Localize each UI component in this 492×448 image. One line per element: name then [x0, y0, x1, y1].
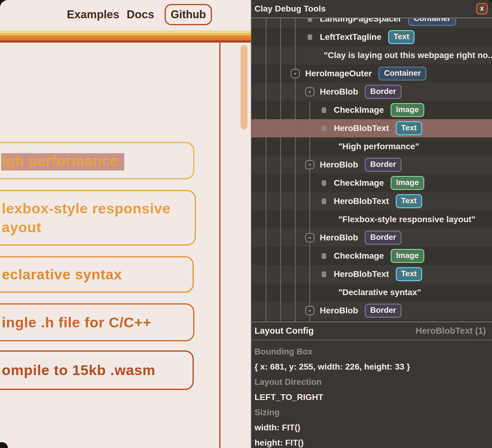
tree-node-lead	[305, 18, 314, 23]
hero-feature-text: ompile to 15kb .wasm	[0, 361, 193, 380]
tree-text-preview: "High performance"	[251, 137, 492, 156]
type-badge-text: Text	[396, 267, 422, 281]
type-badge-text: Text	[396, 121, 422, 135]
tree-node-lead: -	[291, 69, 300, 78]
hero-feature-text: ingle .h file for C/C++	[0, 313, 193, 332]
tree-node-lead: -	[305, 160, 314, 169]
layout-config-header: Layout Config HeroBlobText (1)	[251, 322, 492, 340]
tree-node-HeroBlob[interactable]: -HeroBlobBorder	[251, 302, 492, 320]
collapse-toggle-icon[interactable]: -	[291, 69, 300, 78]
hero-feature-box: ompile to 15kb .wasm	[0, 350, 194, 390]
leaf-bullet-icon	[308, 34, 312, 40]
leaf-bullet-icon	[308, 18, 312, 22]
nav-link-examples[interactable]: Examples	[67, 5, 119, 25]
tree-node-label: HeroImageOuter	[305, 69, 372, 78]
tree-node-HeroImageOuter[interactable]: -HeroImageOuterContainer	[251, 64, 492, 83]
leaf-bullet-icon	[322, 271, 326, 277]
layout-config-list: Bounding Box{ x: 681, y: 255, width: 226…	[251, 340, 492, 448]
clay-demo-page: Examples Docs Github igh performancelexb…	[0, 0, 251, 448]
type-badge-container: Container	[378, 67, 426, 81]
clay-debug-panel: Clay Debug Tools x LandingPageSpacerCont…	[251, 0, 492, 448]
hero-feature-text: lexbox-style responsive	[0, 199, 195, 218]
nav-link-docs[interactable]: Docs	[127, 5, 154, 25]
stripe-band	[0, 38, 251, 40]
hero-feature-text: eclarative syntax	[0, 265, 193, 284]
config-field-value: LEFT_TO_RIGHT	[255, 390, 492, 405]
leaf-bullet-icon	[322, 180, 326, 186]
page-scrollbar-thumb[interactable]	[241, 45, 248, 129]
debug-panel-header: Clay Debug Tools x	[251, 0, 492, 18]
config-field-label: Layout Direction	[255, 374, 492, 390]
hero-feature-box: eclarative syntax	[0, 256, 194, 293]
hero-feature-text: ayout	[0, 218, 195, 237]
type-badge-border: Border	[365, 304, 401, 318]
text-preview-value: "Declarative syntax"	[251, 288, 421, 297]
hero-feature-box: igh performance	[0, 142, 194, 179]
tree-node-HeroBlobText[interactable]: HeroBlobTextText	[251, 119, 492, 137]
tree-node-lead: -	[305, 87, 314, 96]
tree-node-HeroBlobText[interactable]: HeroBlobTextText	[251, 192, 492, 210]
tree-node-label: CheckImage	[334, 251, 384, 261]
type-badge-border: Border	[365, 158, 401, 172]
layout-config-section: Layout Config HeroBlobText (1) Bounding …	[251, 322, 492, 448]
stripe-band	[0, 36, 251, 38]
tree-indent-guide	[295, 18, 296, 322]
tree-node-lead	[305, 33, 314, 42]
hero-feature-text: igh performance	[0, 151, 193, 170]
tree-node-label: HeroBlob	[320, 233, 358, 243]
collapse-toggle-icon[interactable]: -	[305, 306, 314, 315]
type-badge-text: Text	[396, 194, 422, 208]
collapse-toggle-icon[interactable]: -	[305, 160, 314, 169]
tree-node-lead	[319, 105, 328, 115]
type-badge-image: Image	[391, 176, 424, 190]
leaf-bullet-icon	[322, 253, 326, 259]
text-preview-value: "Flexbox-style responsive layout"	[251, 215, 475, 224]
config-field-value: width: FIT()	[255, 420, 492, 435]
type-badge-text: Text	[388, 30, 415, 44]
tree-node-label: LeftTextTagline	[320, 32, 381, 42]
tree-node-CheckImage[interactable]: CheckImageImage	[251, 174, 492, 192]
tree-node-lead: -	[305, 233, 314, 242]
tree-node-CheckImage[interactable]: CheckImageImage	[251, 101, 492, 119]
tree-node-lead: -	[305, 306, 314, 315]
close-icon[interactable]: x	[476, 3, 488, 15]
tree-node-label: HeroBlob	[320, 87, 358, 97]
stripe-band	[0, 40, 251, 43]
tree-node-lead	[319, 251, 328, 260]
leaf-bullet-icon	[322, 126, 326, 131]
tree-node-label: HeroBlobText	[334, 196, 389, 206]
tree-node-LeftTextTagline[interactable]: LeftTextTaglineText	[251, 28, 492, 46]
tree-node-label: CheckImage	[334, 105, 384, 115]
tree-node-label: CheckImage	[334, 178, 384, 188]
tree-node-label: HeroBlobText	[334, 123, 389, 133]
layout-config-title: Layout Config	[255, 322, 314, 340]
stripe-band	[0, 33, 251, 36]
hero-feature-box: ingle .h file for C/C++	[0, 303, 194, 341]
tree-indent-guide	[266, 18, 266, 322]
tree-node-HeroBlob[interactable]: -HeroBlobBorder	[251, 229, 492, 247]
tree-node-CheckImage[interactable]: CheckImageImage	[251, 247, 492, 265]
tree-node-HeroBlob[interactable]: -HeroBlobBorder	[251, 156, 492, 174]
tree-node-label: HeroBlobText	[334, 269, 389, 279]
tree-node-LandingPageSpacer[interactable]: LandingPageSpacerContainer	[251, 18, 492, 28]
tree-node-HeroBlob[interactable]: -HeroBlobBorder	[251, 83, 492, 101]
tree-text-preview: "Flexbox-style responsive layout"	[251, 210, 492, 229]
collapse-toggle-icon[interactable]: -	[305, 233, 314, 242]
leaf-bullet-icon	[322, 198, 326, 204]
type-badge-image: Image	[391, 103, 424, 117]
selected-element-label: HeroBlobText (1)	[416, 322, 486, 340]
rainbow-stripe	[0, 30, 251, 43]
collapse-toggle-icon[interactable]: -	[305, 87, 314, 96]
tree-node-HeroBlobText[interactable]: HeroBlobTextText	[251, 265, 492, 283]
debug-panel-title: Clay Debug Tools	[255, 0, 326, 18]
tree-node-lead	[319, 197, 328, 206]
type-badge-border: Border	[365, 85, 401, 99]
github-button[interactable]: Github	[165, 4, 212, 25]
tree-node-lead	[319, 178, 328, 188]
stripe-band	[0, 30, 251, 33]
tree-node-label: HeroBlob	[320, 306, 358, 315]
config-field-label: Sizing	[255, 405, 492, 420]
tree-node-label: HeroBlob	[320, 160, 358, 170]
page-column-divider	[219, 42, 220, 448]
screenshot-stage: Examples Docs Github igh performancelexb…	[0, 0, 492, 448]
